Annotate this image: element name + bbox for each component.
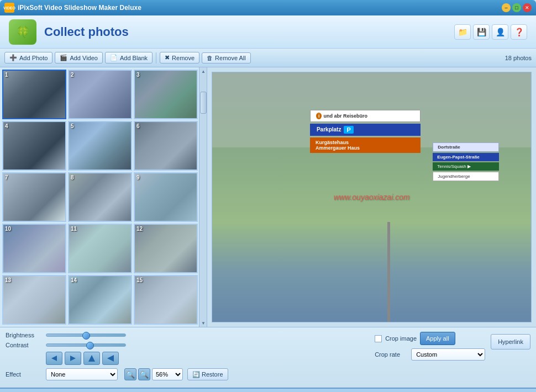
hyperlink-container: Hyperlink — [491, 332, 530, 383]
photo-thumb-13[interactable]: 13 — [2, 275, 66, 325]
add-video-label: Add Video — [70, 55, 98, 61]
svg-marker-3 — [107, 355, 114, 362]
open-folder-button[interactable]: 📁 — [454, 24, 471, 40]
titlebar-left: video iPixSoft Video Slideshow Maker Del… — [4, 3, 141, 13]
svg-marker-0 — [51, 356, 57, 361]
remove-all-icon: 🗑 — [207, 55, 213, 61]
photo-number: 2 — [71, 72, 74, 78]
photo-number: 4 — [5, 123, 8, 129]
crop-rate-row: Crop rate Custom 4:3 16:9 1:1 — [375, 348, 485, 361]
right-controls: Crop image Apply all Crop rate Custom 4:… — [375, 332, 485, 383]
flip-vertical-icon — [106, 354, 115, 363]
add-photo-icon: ➕ — [9, 54, 17, 61]
contrast-row: Contrast — [6, 342, 369, 348]
page-title: Collect photos — [44, 25, 129, 39]
photo-thumb-3[interactable]: 3 — [134, 70, 198, 119]
photo-number: 15 — [136, 277, 143, 283]
photo-thumb-4[interactable]: 4 — [2, 121, 66, 171]
scroll-thumb[interactable] — [200, 92, 207, 114]
scroll-up-arrow[interactable]: ▲ — [199, 67, 207, 75]
brightness-row: Brightness — [6, 332, 369, 338]
zoom-out-button[interactable]: 🔍 — [124, 368, 136, 380]
save-button[interactable]: 💾 — [473, 24, 490, 40]
contrast-thumb[interactable] — [86, 342, 94, 349]
photo-number: 9 — [136, 174, 140, 181]
contrast-label: Contrast — [6, 342, 41, 348]
remove-button[interactable]: ✖ Remove — [160, 52, 199, 63]
svg-marker-1 — [70, 356, 76, 361]
photo-number: 14 — [71, 277, 77, 283]
remove-icon: ✖ — [165, 54, 170, 61]
controls-area: Brightness Contrast — [0, 327, 536, 388]
flip-left-button[interactable] — [46, 352, 62, 365]
crop-image-checkbox[interactable] — [375, 335, 382, 342]
photo-number: 5 — [71, 123, 74, 129]
crop-rate-select[interactable]: Custom 4:3 16:9 1:1 — [411, 348, 485, 361]
user-button[interactable]: 👤 — [492, 24, 508, 40]
separator — [156, 52, 156, 63]
photo-number: 12 — [136, 226, 143, 232]
maximize-button[interactable]: □ — [512, 3, 521, 12]
minimize-button[interactable]: – — [502, 3, 511, 12]
crop-image-label: Crop image — [385, 335, 417, 342]
crop-rate-label: Crop rate — [375, 351, 408, 358]
restore-button[interactable]: 🔄 Restore — [187, 368, 228, 380]
photo-grid: 123456789101112131415 — [0, 67, 207, 327]
restore-icon: 🔄 — [192, 371, 200, 378]
effect-row: Effect None Grayscale Sepia 🔍 🔍 56% 25% … — [6, 368, 369, 380]
close-button[interactable]: ✕ — [523, 3, 532, 12]
photo-thumb-11[interactable]: 11 — [68, 224, 132, 273]
photo-strip: 123456789101112131415 ▲ ▼ — [0, 67, 207, 327]
main-content: 123456789101112131415 ▲ ▼ i und abr Reis… — [0, 67, 536, 327]
help-button[interactable]: ❓ — [511, 24, 527, 40]
flip-horizontal-icon — [87, 354, 96, 363]
photos-count: 18 photos — [505, 55, 532, 61]
app-icon: video — [4, 3, 14, 13]
photo-number: 7 — [5, 174, 8, 181]
photo-thumb-10[interactable]: 10 — [2, 224, 66, 273]
hyperlink-button[interactable]: Hyperlink — [491, 334, 530, 349]
photo-strip-scrollbar[interactable]: ▲ ▼ — [199, 67, 207, 327]
photo-thumb-12[interactable]: 12 — [134, 224, 198, 273]
photo-number: 10 — [5, 226, 11, 232]
photo-thumb-2[interactable]: 2 — [68, 70, 132, 119]
photo-thumb-6[interactable]: 6 — [134, 121, 198, 171]
titlebar: video iPixSoft Video Slideshow Maker Del… — [0, 0, 536, 15]
brightness-label: Brightness — [6, 332, 41, 338]
preview-area: i und abr Reisebüro Parkplatz P Kurgäste… — [207, 67, 536, 327]
preview-image: i und abr Reisebüro Parkplatz P Kurgäste… — [212, 72, 532, 322]
add-photo-button[interactable]: ➕ Add Photo — [4, 52, 52, 63]
photo-thumb-14[interactable]: 14 — [68, 275, 132, 325]
flip-horizontal-button[interactable] — [83, 352, 100, 365]
photo-thumb-8[interactable]: 8 — [68, 172, 132, 222]
photo-number: 11 — [71, 226, 77, 232]
photo-number: 13 — [5, 277, 11, 283]
header: 🍀 Collect photos 📁 💾 👤 ❓ — [0, 15, 536, 49]
scroll-down-arrow[interactable]: ▼ — [199, 319, 207, 327]
photo-number: 1 — [5, 72, 8, 78]
left-controls: Brightness Contrast — [6, 332, 369, 383]
effect-label: Effect — [6, 371, 41, 378]
flip-right-button[interactable] — [65, 352, 81, 365]
photo-thumb-15[interactable]: 15 — [134, 275, 198, 325]
effect-select[interactable]: None Grayscale Sepia — [46, 368, 118, 380]
apply-all-button[interactable]: Apply all — [420, 332, 455, 345]
add-video-button[interactable]: 🎬 Add Video — [55, 52, 103, 63]
flip-vertical-button[interactable] — [102, 352, 119, 365]
contrast-slider[interactable] — [46, 343, 126, 347]
photo-thumb-5[interactable]: 5 — [68, 121, 132, 171]
toolbar: ➕ Add Photo 🎬 Add Video 📄 Add Blank ✖ Re… — [0, 49, 536, 67]
brightness-slider[interactable] — [46, 333, 126, 337]
add-video-icon: 🎬 — [60, 54, 67, 61]
add-blank-button[interactable]: 📄 Add Blank — [105, 52, 153, 63]
crop-row: Crop image Apply all — [375, 332, 485, 345]
photo-thumb-7[interactable]: 7 — [2, 172, 66, 222]
brightness-thumb[interactable] — [82, 332, 90, 340]
photo-thumb-9[interactable]: 9 — [134, 172, 198, 222]
zoom-in-button[interactable]: 🔍 — [138, 368, 150, 380]
flip-left-icon — [50, 354, 59, 363]
photo-number: 6 — [136, 123, 140, 129]
zoom-select[interactable]: 56% 25% 50% 75% 100% — [152, 368, 183, 380]
photo-thumb-1[interactable]: 1 — [2, 70, 66, 119]
remove-all-button[interactable]: 🗑 Remove All — [202, 52, 251, 63]
